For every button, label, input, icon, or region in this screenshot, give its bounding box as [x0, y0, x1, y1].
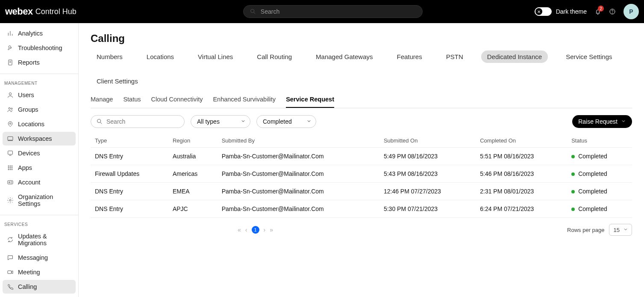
svg-rect-32: [8, 271, 12, 274]
column-header[interactable]: Type: [91, 134, 168, 148]
filter-type-value: All types: [197, 118, 220, 125]
sidebar-section-title: Management: [0, 78, 78, 87]
tab-call-routing[interactable]: Call Routing: [251, 50, 298, 63]
tab-managed-gateways[interactable]: Managed Gateways: [310, 50, 379, 63]
status-dot-icon: [571, 172, 575, 176]
raise-request-button[interactable]: Raise Request: [572, 115, 632, 128]
sidebar-item-locations[interactable]: Locations: [3, 117, 76, 131]
column-header[interactable]: Submitted By: [218, 134, 379, 148]
status-dot-icon: [571, 208, 575, 211]
grid-icon: [7, 164, 14, 171]
help-icon: [609, 8, 616, 15]
svg-point-22: [10, 167, 11, 168]
svg-point-28: [9, 182, 10, 183]
table-search[interactable]: [91, 115, 185, 128]
tab-virtual-lines[interactable]: Virtual Lines: [192, 50, 239, 63]
sidebar-item-reports[interactable]: Reports: [3, 56, 76, 69]
table-row[interactable]: DNS EntryEMEAPamba-Sn-Customer@Mailinato…: [91, 183, 632, 200]
sidebar-item-updates-migrations[interactable]: Updates & Migrations: [3, 229, 76, 250]
sidebar-item-label: Account: [18, 179, 40, 186]
table-search-input[interactable]: [106, 118, 179, 125]
cell-completed-on: 2:31 PM 08/01/2023: [476, 183, 567, 200]
avatar[interactable]: P: [623, 4, 639, 19]
sidebar-item-workspaces[interactable]: Workspaces: [3, 132, 76, 146]
requests-table: TypeRegionSubmitted BySubmitted OnComple…: [91, 134, 632, 218]
sidebar-item-account[interactable]: Account: [3, 175, 76, 189]
global-search[interactable]: [243, 5, 423, 18]
status-dot-icon: [571, 155, 575, 158]
sidebar-item-meeting[interactable]: Meeting: [3, 265, 76, 279]
tab-locations[interactable]: Locations: [141, 50, 180, 63]
cell-submitted-on: 5:30 PM 07/21/2023: [379, 200, 476, 218]
cell-submitted-by: Pamba-Sn-Customer@Mailinator.Com: [218, 148, 379, 165]
rows-per-page-value: 15: [614, 227, 620, 233]
chevron-down-icon: [306, 118, 312, 125]
sidebar-item-analytics[interactable]: Analytics: [3, 27, 76, 40]
subtab-manage[interactable]: Manage: [91, 93, 113, 108]
svg-point-19: [10, 166, 11, 166]
svg-point-25: [10, 169, 11, 170]
notifications-button[interactable]: 2: [594, 8, 601, 15]
tab-service-settings[interactable]: Service Settings: [560, 50, 618, 63]
tab-features[interactable]: Features: [391, 50, 428, 63]
sidebar: AnalyticsTroubleshootingReportsManagemen…: [0, 23, 79, 297]
column-header[interactable]: Completed On: [476, 134, 567, 148]
workspace-icon: [7, 135, 14, 142]
cell-region: Australia: [168, 148, 218, 165]
sidebar-item-label: Groups: [18, 106, 38, 113]
cell-submitted-on: 5:49 PM 08/16/2023: [379, 148, 476, 165]
id-icon: [7, 179, 14, 186]
table-row[interactable]: DNS EntryAustraliaPamba-Sn-Customer@Mail…: [91, 148, 632, 165]
brand: webex Control Hub: [5, 6, 76, 17]
sidebar-item-vidcast[interactable]: Vidcast: [3, 294, 76, 297]
column-header[interactable]: Status: [567, 134, 632, 148]
pager-first[interactable]: «: [238, 226, 241, 233]
toggle-switch[interactable]: ✕: [535, 7, 552, 16]
sidebar-item-label: Troubleshooting: [18, 45, 62, 51]
global-search-input[interactable]: [261, 8, 416, 15]
svg-line-36: [100, 122, 102, 124]
sidebar-item-groups[interactable]: Groups: [3, 103, 76, 116]
subtab-status[interactable]: Status: [123, 93, 141, 108]
subtab-service-request[interactable]: Service Request: [286, 93, 334, 108]
document-icon: [7, 59, 14, 66]
sidebar-item-devices[interactable]: Devices: [3, 146, 76, 160]
sidebar-item-apps[interactable]: Apps: [3, 161, 76, 175]
rows-per-page-select[interactable]: 15: [609, 224, 632, 236]
sidebar-item-organization-settings[interactable]: Organization Settings: [3, 190, 76, 211]
pager-prev[interactable]: ‹: [245, 226, 247, 233]
sidebar-item-calling[interactable]: Calling: [3, 280, 76, 294]
pager-next[interactable]: ›: [264, 226, 266, 233]
tab-numbers[interactable]: Numbers: [91, 50, 129, 63]
column-header[interactable]: Submitted On: [379, 134, 476, 148]
cell-region: EMEA: [168, 183, 218, 200]
pager-current[interactable]: 1: [252, 226, 259, 234]
cell-completed-on: 5:51 PM 08/16/2023: [476, 148, 567, 165]
table-row[interactable]: Firewall UpdatesAmericasPamba-Sn-Custome…: [91, 165, 632, 183]
subtab-enhanced-survivability[interactable]: Enhanced Survivability: [213, 93, 276, 108]
cell-completed-on: 6:24 PM 07/21/2023: [476, 200, 567, 218]
raise-request-label: Raise Request: [578, 118, 618, 125]
phone-icon: [7, 283, 14, 290]
table-row[interactable]: DNS EntryAPJCPamba-Sn-Customer@Mailinato…: [91, 200, 632, 218]
svg-rect-14: [8, 137, 13, 140]
users-icon: [7, 106, 14, 113]
tab-client-settings[interactable]: Client Settings: [91, 75, 144, 87]
sidebar-item-users[interactable]: Users: [3, 88, 76, 102]
theme-toggle[interactable]: ✕ Dark theme: [535, 7, 587, 16]
column-header[interactable]: Region: [168, 134, 218, 148]
sidebar-item-label: Reports: [18, 59, 40, 66]
cell-type: DNS Entry: [91, 183, 168, 200]
sidebar-item-label: Locations: [18, 121, 44, 128]
filter-status-select[interactable]: Completed: [256, 115, 316, 128]
svg-point-3: [612, 13, 613, 13]
help-button[interactable]: [609, 8, 616, 15]
subtab-cloud-connectivity[interactable]: Cloud Connectivity: [151, 93, 203, 108]
sidebar-item-messaging[interactable]: Messaging: [3, 251, 76, 264]
tab-pstn[interactable]: PSTN: [440, 50, 469, 63]
sidebar-item-troubleshooting[interactable]: Troubleshooting: [3, 41, 76, 55]
cell-status: Completed: [567, 148, 632, 165]
pager-last[interactable]: »: [270, 226, 273, 233]
tab-dedicated-instance[interactable]: Dedicated Instance: [481, 50, 548, 63]
filter-type-select[interactable]: All types: [191, 115, 250, 128]
